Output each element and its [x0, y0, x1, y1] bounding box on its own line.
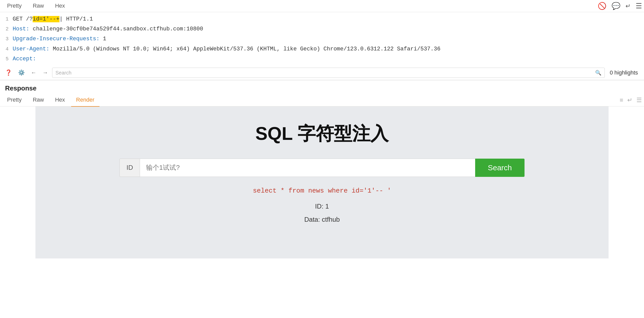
search-input[interactable] — [55, 70, 595, 76]
render-area: SQL 字符型注入 ID Search select * from news w… — [35, 106, 609, 258]
response-label: Response — [0, 80, 644, 94]
code-content: Accept: — [13, 54, 36, 63]
code-line-5: 5 Accept: — [0, 54, 644, 64]
tab-pretty-response[interactable]: Pretty — [2, 93, 27, 107]
tab-raw[interactable]: Raw — [28, 0, 49, 13]
line-number: 2 — [0, 25, 13, 33]
request-section: Pretty Raw Hex 🚫 💬 ↵ ☰ 1 GET /?id=1'--+|… — [0, 0, 644, 80]
menu-icon-response[interactable]: ☰ — [636, 97, 642, 104]
id-label: ID — [119, 159, 140, 177]
code-content: User-Agent: Mozilla/5.0 (Windows NT 10.0… — [13, 45, 440, 53]
tab-pretty[interactable]: Pretty — [2, 0, 27, 13]
newline-icon[interactable]: ↵ — [626, 3, 631, 10]
result-data: Data: ctfhub — [304, 213, 340, 226]
eye-slash-icon[interactable]: 🚫 — [598, 2, 607, 10]
code-line-2: 2 Host: challenge-30cf0be74a529f44.sandb… — [0, 24, 644, 34]
sql-query: select * from news where id='1'-- ' — [253, 187, 391, 195]
list-icon-response[interactable]: ≡ — [620, 97, 623, 104]
code-line-3: 3 Upgrade-Insecure-Requests: 1 — [0, 34, 644, 44]
code-line-4: 4 User-Agent: Mozilla/5.0 (Windows NT 10… — [0, 44, 644, 54]
request-tab-bar: Pretty Raw Hex 🚫 💬 ↵ ☰ — [0, 0, 644, 12]
response-tab-bar: Pretty Raw Hex Render ≡ ↵ ☰ — [0, 94, 644, 106]
response-icons: ≡ ↵ ☰ — [620, 97, 642, 104]
id-input[interactable] — [140, 159, 475, 177]
code-content: Upgrade-Insecure-Requests: 1 — [13, 34, 106, 43]
back-icon[interactable]: ← — [29, 68, 38, 77]
help-icon[interactable]: ❓ — [3, 68, 14, 77]
response-section: Response Pretty Raw Hex Render ≡ ↵ ☰ SQL… — [0, 80, 644, 258]
search-bar: ❓ ⚙️ ← → 🔍 0 highlights — [0, 66, 644, 80]
settings-icon[interactable]: ⚙️ — [16, 68, 27, 77]
search-input-wrap: 🔍 — [52, 68, 605, 78]
menu-icon[interactable]: ☰ — [636, 2, 642, 10]
highlights-count: 0 highlights — [607, 69, 641, 76]
newline-icon-response[interactable]: ↵ — [627, 97, 632, 104]
line-number: 4 — [0, 45, 13, 53]
code-line-1: 1 GET /?id=1'--+| HTTP/1.1 — [0, 14, 644, 24]
line-number: 1 — [0, 15, 13, 23]
line-number: 3 — [0, 35, 13, 43]
code-content: GET /?id=1'--+| HTTP/1.1 — [13, 15, 93, 24]
result-id: ID: 1 — [315, 200, 329, 213]
forward-icon[interactable]: → — [41, 68, 50, 77]
top-icons: 🚫 💬 ↵ ☰ — [598, 2, 642, 10]
tab-render-response[interactable]: Render — [71, 93, 99, 107]
tab-hex-response[interactable]: Hex — [50, 93, 70, 107]
search-magnifier-icon: 🔍 — [595, 70, 601, 76]
search-button[interactable]: Search — [475, 159, 525, 177]
search-form: ID Search — [119, 159, 525, 177]
line-number: 5 — [0, 55, 13, 63]
page-title: SQL 字符型注入 — [255, 122, 389, 146]
tab-raw-response[interactable]: Raw — [28, 93, 49, 107]
message-icon[interactable]: 💬 — [612, 2, 620, 10]
code-content: Host: challenge-30cf0be74a529f44.sandbox… — [13, 25, 203, 33]
tab-hex[interactable]: Hex — [50, 0, 70, 13]
request-code-area: 1 GET /?id=1'--+| HTTP/1.1 2 Host: chall… — [0, 12, 644, 66]
